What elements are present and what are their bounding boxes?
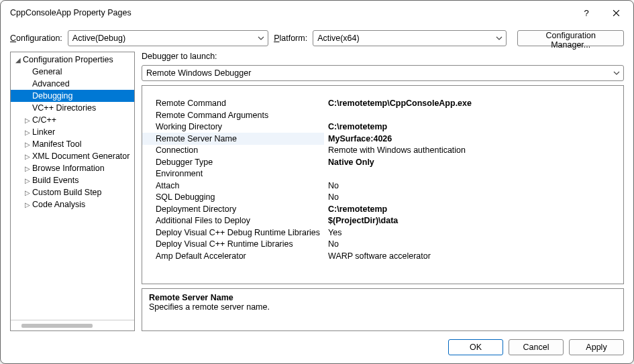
tree-root[interactable]: ◢Configuration Properties — [11, 54, 134, 66]
tree-item-advanced[interactable]: Advanced — [11, 78, 134, 90]
tree-item-label: Manifest Tool — [32, 139, 81, 149]
tree-item-c-c-[interactable]: ▷C/C++ — [11, 114, 134, 126]
help-button[interactable]: ? — [572, 3, 601, 23]
chevron-right-icon: ▷ — [23, 165, 32, 172]
tree-item-manifest-tool[interactable]: ▷Manifest Tool — [11, 138, 134, 150]
property-row[interactable]: SQL DebuggingNo — [142, 192, 623, 204]
cancel-button[interactable]: Cancel — [509, 339, 564, 355]
chevron-right-icon: ▷ — [23, 189, 32, 196]
chevron-right-icon: ▷ — [23, 153, 32, 160]
description-panel: Remote Server Name Specifies a remote se… — [142, 288, 624, 331]
chevron-down-icon — [613, 70, 620, 76]
property-value[interactable]: C:\remotetemp — [324, 203, 623, 215]
configuration-dropdown[interactable]: Active(Debug) — [68, 30, 268, 46]
property-value[interactable]: C:\remotetemp\CppConsoleApp.exe — [324, 98, 623, 110]
property-row[interactable]: Remote CommandC:\remotetemp\CppConsoleAp… — [142, 98, 623, 110]
property-name: Working Directory — [142, 121, 324, 133]
property-name: Remote Command — [142, 98, 324, 110]
property-name: Attach — [142, 180, 324, 192]
tree-item-custom-build-step[interactable]: ▷Custom Build Step — [11, 186, 134, 198]
tree-item-code-analysis[interactable]: ▷Code Analysis — [11, 198, 134, 210]
property-row[interactable]: Deploy Visual C++ Debug Runtime Librarie… — [142, 227, 623, 239]
property-value[interactable]: No — [324, 180, 623, 192]
config-toolbar: Configuration: Active(Debug) Platform: A… — [10, 30, 624, 46]
property-row[interactable]: AttachNo — [142, 180, 623, 192]
description-title: Remote Server Name — [149, 293, 617, 302]
property-value[interactable] — [324, 109, 623, 121]
chevron-right-icon: ▷ — [23, 129, 32, 136]
platform-dropdown[interactable]: Active(x64) — [313, 30, 507, 46]
tree-item-label: Linker — [32, 127, 55, 137]
chevron-right-icon: ▷ — [23, 201, 32, 208]
property-name: Additional Files to Deploy — [142, 215, 324, 227]
configuration-manager-button[interactable]: Configuration Manager... — [517, 30, 624, 46]
window-title: CppConsoleApp Property Pages — [10, 8, 572, 17]
property-name: Deploy Visual C++ Debug Runtime Librarie… — [142, 227, 324, 239]
tree-item-build-events[interactable]: ▷Build Events — [11, 174, 134, 186]
tree-item-label: VC++ Directories — [32, 103, 96, 113]
debugger-launch-dropdown[interactable]: Remote Windows Debugger — [142, 65, 624, 81]
property-name: Deployment Directory — [142, 203, 324, 215]
property-name: Connection — [142, 145, 324, 157]
property-value[interactable]: No — [324, 192, 623, 204]
chevron-right-icon: ▷ — [23, 177, 32, 184]
property-pages-dialog: CppConsoleApp Property Pages ? Configura… — [0, 0, 634, 364]
tree-item-label: XML Document Generator — [32, 151, 129, 161]
description-body: Specifies a remote server name. — [149, 302, 617, 312]
property-row[interactable]: Amp Default AcceleratorWARP software acc… — [142, 250, 623, 262]
chevron-right-icon: ▷ — [23, 117, 32, 124]
apply-button[interactable]: Apply — [569, 339, 624, 355]
property-value[interactable]: MySurface:4026 — [324, 133, 623, 145]
tree-item-xml-document-generator[interactable]: ▷XML Document Generator — [11, 150, 134, 162]
property-row[interactable]: Remote Server NameMySurface:4026 — [142, 133, 623, 145]
tree-panel: ◢Configuration PropertiesGeneralAdvanced… — [10, 52, 135, 331]
property-row[interactable]: Debugger TypeNative Only — [142, 156, 623, 168]
tree-item-label: Custom Build Step — [32, 188, 102, 197]
tree-item-debugging[interactable]: Debugging — [11, 90, 134, 102]
property-name: Debugger Type — [142, 156, 324, 168]
property-name: SQL Debugging — [142, 192, 324, 204]
tree-root-label: Configuration Properties — [23, 55, 113, 64]
property-value[interactable]: WARP software accelerator — [324, 250, 623, 262]
property-row[interactable]: Environment — [142, 168, 623, 180]
tree-item-label: Browse Information — [32, 164, 105, 173]
ok-button[interactable]: OK — [448, 339, 503, 355]
tree-item-label: C/C++ — [32, 115, 56, 125]
property-row[interactable]: Deployment DirectoryC:\remotetemp — [142, 203, 623, 215]
platform-label: Platform: — [274, 34, 307, 43]
tree-item-label: Build Events — [32, 176, 78, 185]
property-name: Deploy Visual C++ Runtime Libraries — [142, 239, 324, 251]
configuration-label: Configuration: — [10, 34, 62, 43]
property-row[interactable]: Deploy Visual C++ Runtime LibrariesNo — [142, 239, 623, 251]
configuration-value: Active(Debug) — [72, 34, 125, 43]
property-name: Amp Default Accelerator — [142, 250, 324, 262]
config-tree[interactable]: ◢Configuration PropertiesGeneralAdvanced… — [11, 52, 134, 320]
titlebar: CppConsoleApp Property Pages ? — [1, 1, 633, 25]
property-value[interactable]: Yes — [324, 227, 623, 239]
property-row[interactable]: Remote Command Arguments — [142, 109, 623, 121]
close-button[interactable] — [601, 3, 631, 23]
property-name: Remote Server Name — [142, 133, 324, 145]
property-row[interactable]: Additional Files to Deploy$(ProjectDir)\… — [142, 215, 623, 227]
tree-item-browse-information[interactable]: ▷Browse Information — [11, 162, 134, 174]
property-value[interactable]: $(ProjectDir)\data — [324, 215, 623, 227]
tree-item-general[interactable]: General — [11, 66, 134, 78]
dialog-footer: OK Cancel Apply — [10, 337, 624, 355]
property-value[interactable]: C:\remotetemp — [324, 121, 623, 133]
tree-item-linker[interactable]: ▷Linker — [11, 126, 134, 138]
property-value[interactable]: No — [324, 239, 623, 251]
tree-item-vc-directories[interactable]: VC++ Directories — [11, 102, 134, 114]
tree-item-label: General — [32, 67, 62, 76]
horizontal-scrollbar[interactable] — [11, 320, 134, 330]
chevron-down-icon — [258, 35, 264, 42]
property-grid[interactable]: Remote CommandC:\remotetemp\CppConsoleAp… — [142, 85, 624, 284]
chevron-down-icon: ◢ — [13, 56, 23, 64]
property-row[interactable]: Working DirectoryC:\remotetemp — [142, 121, 623, 133]
property-value[interactable] — [324, 168, 623, 180]
property-value[interactable]: Native Only — [324, 156, 623, 168]
platform-value: Active(x64) — [317, 34, 360, 43]
tree-item-label: Advanced — [32, 79, 70, 88]
property-row[interactable]: ConnectionRemote with Windows authentica… — [142, 145, 623, 157]
tree-item-label: Debugging — [32, 91, 72, 101]
property-value[interactable]: Remote with Windows authentication — [324, 145, 623, 157]
